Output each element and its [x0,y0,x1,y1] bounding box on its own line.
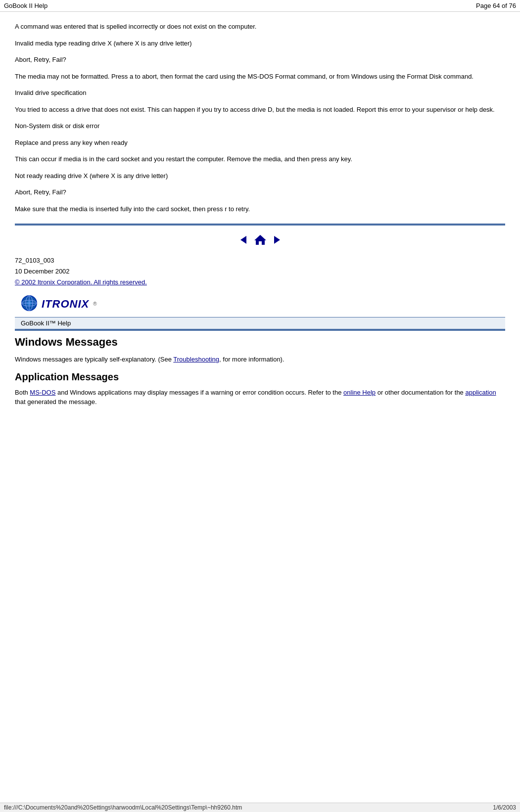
itronix-logo-area: ITRONIX ® [21,295,505,313]
heading-abort-retry-1: Abort, Retry, Fail? [15,55,505,65]
application-messages-heading: Application Messages [15,371,505,383]
heading-invalid-drive: Invalid drive specification [15,88,505,98]
status-bar: file:///C:\Documents%20and%20Settings\ha… [0,803,520,812]
heading-non-system-disk: Non-System disk or disk error [15,121,505,131]
online-help-link[interactable]: online Help [343,389,376,396]
itronix-registered: ® [93,301,96,307]
msdos-link[interactable]: MS-DOS [30,389,55,396]
prev-button[interactable] [237,234,249,246]
section-divider-2 [15,329,505,331]
section-divider [15,224,505,226]
application-link[interactable]: application [465,389,496,396]
copyright: © 2002 Itronix Corporation. All rights r… [15,277,505,288]
footer-doc-info: 72_0103_003 10 December 2002 © 2002 Itro… [15,255,505,288]
doc-id: 72_0103_003 [15,255,505,266]
app-title: GoBook II Help [4,2,47,9]
heading-not-ready: Not ready reading drive X (where X is an… [15,171,505,181]
windows-messages-heading: Windows Messages [15,336,505,349]
nav-icons-group [237,233,283,246]
heading-abort-retry-2: Abort, Retry, Fail? [15,187,505,197]
copyright-link[interactable]: © 2002 Itronix Corporation. All rights r… [15,278,147,286]
itronix-globe-icon [21,295,38,313]
paragraph-media-inserted: Make sure that the media is inserted ful… [15,204,505,214]
svg-marker-1 [254,235,266,245]
paragraph-card-socket: This can occur if media is in the card s… [15,154,505,164]
gobook-label: GoBook II™ Help [21,319,71,327]
svg-marker-2 [274,236,280,244]
application-messages-section: Application Messages Both MS-DOS and Win… [15,371,505,407]
application-messages-paragraph: Both MS-DOS and Windows applications may… [15,388,505,407]
page-number: Page 64 of 76 [476,2,516,9]
windows-messages-section: Windows Messages Windows messages are ty… [15,336,505,364]
heading-replace-press: Replace and press any key when ready [15,138,505,148]
gobook-bar: GoBook II™ Help [15,317,505,329]
status-date: 1/6/2003 [493,804,516,811]
paragraph-media-format: The media may not be formatted. Press a … [15,72,505,82]
troubleshooting-link[interactable]: Troubleshooting [173,356,219,363]
doc-date: 10 December 2002 [15,266,505,277]
svg-marker-0 [240,236,246,244]
file-path: file:///C:\Documents%20and%20Settings\ha… [4,804,242,811]
paragraph-drive-access: You tried to access a drive that does no… [15,105,505,115]
heading-invalid-media: Invalid media type reading drive X (wher… [15,39,505,48]
windows-messages-paragraph: Windows messages are typically self-expl… [15,355,505,364]
navigation-area [15,233,505,246]
main-content: A command was entered that is spelled in… [0,12,520,424]
next-button[interactable] [271,234,283,246]
itronix-logo-text: ITRONIX [42,298,89,311]
page-header: GoBook II Help Page 64 of 76 [0,0,520,12]
paragraph-1: A command was entered that is spelled in… [15,22,505,32]
home-button[interactable] [253,233,267,246]
